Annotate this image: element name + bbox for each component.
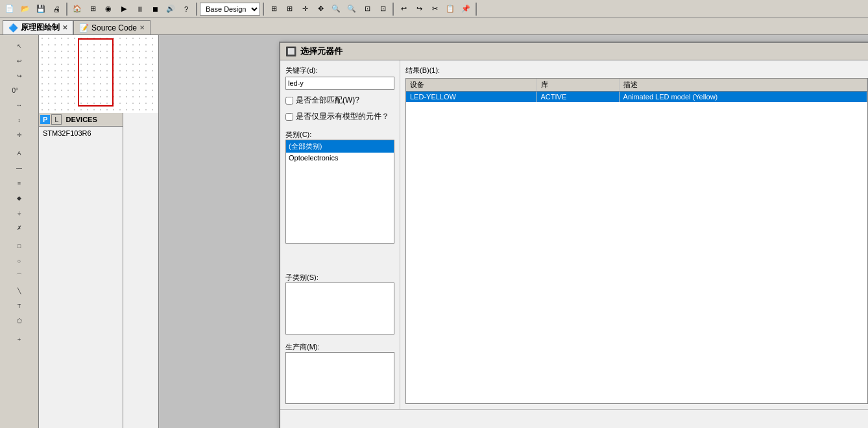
add-tool[interactable]: ＋ <box>12 332 27 346</box>
results-header-row: 设备 库 描述 <box>406 79 867 92</box>
results-data-table: 设备 库 描述 LED-YELLOW ACTIVE Animated LED m… <box>406 79 867 102</box>
category-listbox[interactable]: (全部类别) Optoelectronics <box>285 140 394 244</box>
sep5 <box>476 3 477 16</box>
text-tool[interactable]: T <box>12 299 27 313</box>
schematic-tab-close[interactable]: ✕ <box>62 24 67 31</box>
results-table: 设备 库 描述 LED-YELLOW ACTIVE Animated LED m… <box>405 78 868 404</box>
v-sep4 <box>12 236 27 238</box>
sep2 <box>196 3 197 16</box>
match-all-checkbox[interactable] <box>285 97 293 105</box>
dialog-left-column: 关键字(d): 是否全部匹配(W)? 是否仅显示有模型的元件？ 类别(C) <box>280 60 400 409</box>
sep1 <box>66 3 67 16</box>
match-all-row: 是否全部匹配(W)? <box>285 95 394 106</box>
tab-schematic[interactable]: 🔷 原理图绘制 ✕ <box>3 20 73 34</box>
category-optoelectronics[interactable]: Optoelectronics <box>286 153 394 163</box>
category-group: 类别(C): (全部类别) Optoelectronics <box>285 127 394 265</box>
model-only-checkbox[interactable] <box>285 113 293 121</box>
copy-btn[interactable]: 📋 <box>443 2 457 16</box>
grid3-btn[interactable]: ⊞ <box>282 2 296 16</box>
redo-btn[interactable]: ↪ <box>412 2 426 16</box>
move-tool[interactable]: ✛ <box>12 128 27 142</box>
flip-v-tool[interactable]: ↕ <box>12 113 27 127</box>
tool5[interactable]: ⏸ <box>132 2 147 16</box>
device-item-stm32[interactable]: STM32F103R6 <box>40 128 121 138</box>
main-layout: ↖ ↩ ↪ 0° ↔ ↕ ✛ A — ≡ ◆ ⏚ ✗ □ ○ ⌒ ╲ T ⬠ ＋ <box>0 35 868 428</box>
v-sep1 <box>12 84 27 86</box>
angle-label: 0° <box>12 87 27 94</box>
device-schematic-area: P L DEVICES STM32F103R6 <box>39 35 159 428</box>
result-description-0: Animated LED model (Yellow) <box>619 92 867 103</box>
dialog-titlebar: 🔲 选择元器件 ? ✕ <box>280 43 868 60</box>
schematic-tab-label: 原理图绘制 <box>21 22 60 33</box>
circle-tool[interactable]: ○ <box>12 254 27 268</box>
zoomin-btn[interactable]: 🔍 <box>329 2 343 16</box>
move-btn[interactable]: ✥ <box>313 2 328 16</box>
main-toolbar: 📄 📂 💾 🖨 🏠 ⊞ ◉ ▶ ⏸ ⏹ 🔊 ? Base Design ⊞ ⊞ … <box>0 0 868 18</box>
tool6[interactable]: ⏹ <box>148 2 162 16</box>
category-label: 类别(C): <box>285 130 394 140</box>
device-panel: P L DEVICES STM32F103R6 <box>39 113 123 428</box>
manufacturer-listbox[interactable] <box>285 352 394 404</box>
select-component-dialog: 🔲 选择元器件 ? ✕ 关键字(d): 是否全部匹配(W)? <box>279 42 868 428</box>
device-list: STM32F103R6 <box>39 127 123 428</box>
result-row-0[interactable]: LED-YELLOW ACTIVE Animated LED model (Ye… <box>406 92 867 103</box>
tabbar: 🔷 原理图绘制 ✕ 📝 Source Code ✕ <box>0 18 868 35</box>
power-tool[interactable]: ⏚ <box>12 206 27 220</box>
zoomout-btn[interactable]: 🔍 <box>344 2 359 16</box>
grid2-btn[interactable]: ⊞ <box>267 2 281 16</box>
keyword-input[interactable] <box>285 77 394 90</box>
zoom100-btn[interactable]: ⊡ <box>376 2 390 16</box>
zoomfit-btn[interactable]: ⊡ <box>360 2 374 16</box>
design-dropdown[interactable]: Base Design <box>200 3 260 16</box>
home-btn[interactable]: 🏠 <box>70 2 84 16</box>
redo-tool[interactable]: ↪ <box>12 69 27 83</box>
panel-tab-l[interactable]: L <box>51 114 62 125</box>
junction-tool[interactable]: ◆ <box>12 191 27 205</box>
select-tool[interactable]: ↖ <box>12 39 27 53</box>
new-btn[interactable]: 📄 <box>3 2 17 16</box>
result-device-0: LED-YELLOW <box>406 92 536 103</box>
subcategory-listbox[interactable] <box>285 283 394 334</box>
poly-tool[interactable]: ⬠ <box>12 314 27 328</box>
source-tab-close[interactable]: ✕ <box>139 24 145 31</box>
dialog-results-area: 结果(B)(1): 设备 库 描述 <box>400 60 868 409</box>
tool7[interactable]: 🔊 <box>163 2 178 16</box>
no-conn-tool[interactable]: ✗ <box>12 221 27 235</box>
dialog-icon: 🔲 <box>285 46 296 57</box>
panel-tab-p[interactable]: P <box>40 115 50 124</box>
col-library: 库 <box>536 79 619 92</box>
v-sep5 <box>12 329 27 331</box>
flip-h-tool[interactable]: ↔ <box>12 98 27 112</box>
subcategory-label: 子类别(S): <box>285 273 394 283</box>
tool8[interactable]: ? <box>179 2 193 16</box>
grid-btn[interactable]: ⊞ <box>86 2 100 16</box>
tool4[interactable]: ▶ <box>117 2 131 16</box>
box-tool[interactable]: □ <box>12 239 27 253</box>
wire-tool[interactable]: — <box>12 161 27 175</box>
model-only-label: 是否仅显示有模型的元件？ <box>296 111 389 122</box>
dialog-footer: 确定(O) 取消(C) <box>280 409 868 428</box>
tab-source[interactable]: 📝 Source Code ✕ <box>73 20 151 34</box>
cut-btn[interactable]: ✂ <box>428 2 442 16</box>
paste-btn[interactable]: 📌 <box>459 2 473 16</box>
category-all[interactable]: (全部类别) <box>286 140 394 153</box>
undo-tool[interactable]: ↩ <box>12 54 27 68</box>
line-tool[interactable]: ╲ <box>12 284 27 298</box>
arc-tool[interactable]: ⌒ <box>12 269 27 283</box>
device-panel-header: P L DEVICES <box>39 113 123 127</box>
component-indicator <box>78 38 114 107</box>
save-btn[interactable]: 💾 <box>34 2 48 16</box>
open-btn[interactable]: 📂 <box>18 2 32 16</box>
undo-btn[interactable]: ↩ <box>396 2 411 16</box>
source-tab-label: Source Code <box>91 23 137 32</box>
result-library-0: ACTIVE <box>536 92 619 103</box>
bus-tool[interactable]: ≡ <box>12 176 27 190</box>
match-all-label: 是否全部匹配(W)? <box>296 95 359 106</box>
tool3[interactable]: ◉ <box>101 2 115 16</box>
label-tool[interactable]: A <box>12 146 27 160</box>
subcategory-group: 子类别(S): <box>285 270 394 334</box>
print-btn[interactable]: 🖨 <box>49 2 64 16</box>
schematic-tab-icon: 🔷 <box>8 23 18 32</box>
model-only-row: 是否仅显示有模型的元件？ <box>285 111 394 122</box>
cursor-btn[interactable]: ✛ <box>298 2 312 16</box>
